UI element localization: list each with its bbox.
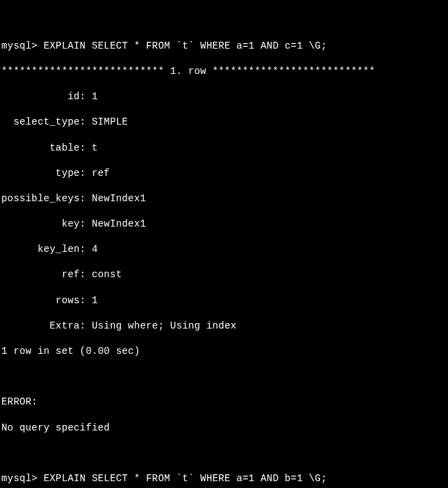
field-label: Extra — [1, 320, 80, 331]
explain-row: ref: const — [1, 268, 447, 281]
field-label: possible_keys — [1, 193, 80, 204]
row-separator-1: *************************** 1. row *****… — [1, 65, 447, 78]
explain-row: key_len: 4 — [1, 243, 447, 256]
field-value: ref — [92, 168, 109, 179]
explain-row: type: ref — [1, 167, 447, 180]
blank-line — [1, 447, 447, 460]
field-value: 1 — [92, 91, 98, 102]
explain-row: rows: 1 — [1, 294, 447, 307]
field-value: 4 — [92, 244, 98, 255]
command-line-1: mysql> EXPLAIN SELECT * FROM `t` WHERE a… — [1, 40, 447, 53]
field-label: id — [1, 91, 80, 102]
sql-command: EXPLAIN SELECT * FROM `t` WHERE a=1 AND … — [44, 473, 327, 484]
explain-row: Extra: Using where; Using index — [1, 320, 447, 333]
error-message-1: No query specified — [1, 422, 447, 435]
field-value: t — [92, 142, 98, 153]
field-label: rows — [1, 295, 80, 306]
command-line-2: mysql> EXPLAIN SELECT * FROM `t` WHERE a… — [1, 472, 447, 485]
explain-row: select_type: SIMPLE — [1, 116, 447, 129]
field-value: const — [92, 269, 122, 280]
field-label: key_len — [1, 244, 80, 255]
blank-line — [1, 370, 447, 383]
field-label: select_type — [1, 116, 80, 127]
field-value: NewIndex1 — [92, 193, 146, 204]
field-label: key — [1, 218, 80, 229]
field-label: type — [1, 168, 80, 179]
explain-row: key: NewIndex1 — [1, 218, 447, 231]
result-footer-1: 1 row in set (0.00 sec) — [1, 345, 447, 358]
prompt: mysql> — [1, 473, 44, 484]
explain-row: id: 1 — [1, 90, 447, 103]
field-label: table — [1, 142, 80, 153]
sql-command: EXPLAIN SELECT * FROM `t` WHERE a=1 AND … — [44, 40, 327, 51]
field-label: ref — [1, 269, 80, 280]
explain-row: possible_keys: NewIndex1 — [1, 192, 447, 205]
prompt: mysql> — [1, 40, 44, 51]
explain-row: table: t — [1, 142, 447, 155]
field-value: NewIndex1 — [92, 218, 146, 229]
field-value: SIMPLE — [92, 116, 128, 127]
field-value: 1 — [92, 295, 98, 306]
error-label-1: ERROR: — [1, 396, 447, 409]
field-value: Using where; Using index — [92, 320, 237, 331]
